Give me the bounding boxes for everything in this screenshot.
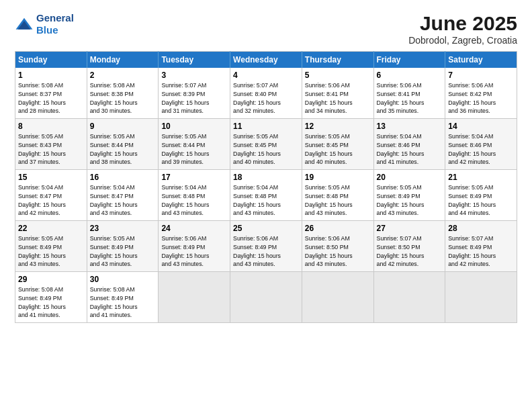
header: General Blue June 2025 Dobrodol, Zagreb,… bbox=[15, 12, 517, 46]
day-number: 30 bbox=[90, 275, 156, 284]
table-row bbox=[230, 272, 302, 323]
day-number: 28 bbox=[448, 224, 514, 233]
day-info: Sunrise: 5:05 AMSunset: 8:45 PMDaylight:… bbox=[305, 132, 371, 167]
day-number: 23 bbox=[90, 224, 156, 233]
day-info: Sunrise: 5:08 AMSunset: 8:49 PMDaylight:… bbox=[18, 285, 84, 320]
title-block: June 2025 Dobrodol, Zagreb, Croatia bbox=[408, 12, 517, 46]
day-number: 29 bbox=[18, 275, 84, 284]
table-row: 11Sunrise: 5:05 AMSunset: 8:45 PMDayligh… bbox=[230, 119, 302, 170]
table-row: 9Sunrise: 5:05 AMSunset: 8:44 PMDaylight… bbox=[87, 119, 159, 170]
day-info: Sunrise: 5:05 AMSunset: 8:45 PMDaylight:… bbox=[233, 132, 299, 167]
table-row: 7Sunrise: 5:06 AMSunset: 8:42 PMDaylight… bbox=[445, 68, 517, 119]
table-row: 8Sunrise: 5:05 AMSunset: 8:43 PMDaylight… bbox=[15, 119, 87, 170]
day-number: 2 bbox=[90, 71, 156, 80]
table-row bbox=[445, 272, 517, 323]
day-info: Sunrise: 5:04 AMSunset: 8:46 PMDaylight:… bbox=[448, 132, 514, 167]
table-row: 1Sunrise: 5:08 AMSunset: 8:37 PMDaylight… bbox=[15, 68, 87, 119]
day-info: Sunrise: 5:07 AMSunset: 8:49 PMDaylight:… bbox=[448, 234, 514, 269]
table-row: 22Sunrise: 5:05 AMSunset: 8:49 PMDayligh… bbox=[15, 221, 87, 272]
day-number: 11 bbox=[233, 122, 299, 131]
table-row: 28Sunrise: 5:07 AMSunset: 8:49 PMDayligh… bbox=[445, 221, 517, 272]
page-subtitle: Dobrodol, Zagreb, Croatia bbox=[408, 35, 517, 46]
day-number: 20 bbox=[377, 173, 443, 182]
header-thursday: Thursday bbox=[302, 52, 373, 68]
page-title: June 2025 bbox=[408, 12, 517, 35]
day-info: Sunrise: 5:05 AMSunset: 8:44 PMDaylight:… bbox=[161, 132, 227, 167]
table-row: 2Sunrise: 5:08 AMSunset: 8:38 PMDaylight… bbox=[87, 68, 159, 119]
table-row: 14Sunrise: 5:04 AMSunset: 8:46 PMDayligh… bbox=[445, 119, 517, 170]
header-saturday: Saturday bbox=[445, 52, 517, 68]
header-sunday: Sunday bbox=[15, 52, 87, 68]
day-number: 22 bbox=[18, 224, 84, 233]
day-number: 6 bbox=[377, 71, 443, 80]
day-info: Sunrise: 5:05 AMSunset: 8:44 PMDaylight:… bbox=[90, 132, 156, 167]
day-info: Sunrise: 5:06 AMSunset: 8:42 PMDaylight:… bbox=[448, 81, 514, 116]
day-info: Sunrise: 5:05 AMSunset: 8:49 PMDaylight:… bbox=[18, 234, 84, 269]
table-row: 25Sunrise: 5:06 AMSunset: 8:49 PMDayligh… bbox=[230, 221, 302, 272]
table-row: 26Sunrise: 5:06 AMSunset: 8:50 PMDayligh… bbox=[302, 221, 373, 272]
day-number: 10 bbox=[161, 122, 227, 131]
logo: General Blue bbox=[15, 12, 74, 36]
table-row: 13Sunrise: 5:04 AMSunset: 8:46 PMDayligh… bbox=[373, 119, 445, 170]
day-info: Sunrise: 5:04 AMSunset: 8:48 PMDaylight:… bbox=[233, 183, 299, 218]
day-info: Sunrise: 5:04 AMSunset: 8:47 PMDaylight:… bbox=[90, 183, 156, 218]
table-row: 15Sunrise: 5:04 AMSunset: 8:47 PMDayligh… bbox=[15, 170, 87, 221]
table-row: 10Sunrise: 5:05 AMSunset: 8:44 PMDayligh… bbox=[159, 119, 230, 170]
day-info: Sunrise: 5:05 AMSunset: 8:49 PMDaylight:… bbox=[448, 183, 514, 218]
day-info: Sunrise: 5:08 AMSunset: 8:49 PMDaylight:… bbox=[90, 285, 156, 320]
table-row bbox=[373, 272, 445, 323]
table-row: 19Sunrise: 5:05 AMSunset: 8:48 PMDayligh… bbox=[302, 170, 373, 221]
day-number: 19 bbox=[305, 173, 371, 182]
day-number: 26 bbox=[305, 224, 371, 233]
day-number: 18 bbox=[233, 173, 299, 182]
day-info: Sunrise: 5:07 AMSunset: 8:39 PMDaylight:… bbox=[161, 81, 227, 116]
day-info: Sunrise: 5:05 AMSunset: 8:48 PMDaylight:… bbox=[305, 183, 371, 218]
day-number: 14 bbox=[448, 122, 514, 131]
day-number: 13 bbox=[377, 122, 443, 131]
logo-icon bbox=[15, 17, 34, 32]
header-tuesday: Tuesday bbox=[159, 52, 230, 68]
day-number: 4 bbox=[233, 71, 299, 80]
calendar-header-row: Sunday Monday Tuesday Wednesday Thursday… bbox=[15, 52, 517, 68]
day-info: Sunrise: 5:04 AMSunset: 8:47 PMDaylight:… bbox=[18, 183, 84, 218]
table-row: 21Sunrise: 5:05 AMSunset: 8:49 PMDayligh… bbox=[445, 170, 517, 221]
table-row: 17Sunrise: 5:04 AMSunset: 8:48 PMDayligh… bbox=[159, 170, 230, 221]
day-number: 16 bbox=[90, 173, 156, 182]
day-info: Sunrise: 5:05 AMSunset: 8:49 PMDaylight:… bbox=[377, 183, 443, 218]
day-info: Sunrise: 5:06 AMSunset: 8:50 PMDaylight:… bbox=[305, 234, 371, 269]
table-row: 5Sunrise: 5:06 AMSunset: 8:41 PMDaylight… bbox=[302, 68, 373, 119]
table-row: 24Sunrise: 5:06 AMSunset: 8:49 PMDayligh… bbox=[159, 221, 230, 272]
day-number: 24 bbox=[161, 224, 227, 233]
table-row: 18Sunrise: 5:04 AMSunset: 8:48 PMDayligh… bbox=[230, 170, 302, 221]
day-info: Sunrise: 5:07 AMSunset: 8:50 PMDaylight:… bbox=[377, 234, 443, 269]
day-info: Sunrise: 5:06 AMSunset: 8:49 PMDaylight:… bbox=[233, 234, 299, 269]
table-row: 3Sunrise: 5:07 AMSunset: 8:39 PMDaylight… bbox=[159, 68, 230, 119]
day-info: Sunrise: 5:06 AMSunset: 8:41 PMDaylight:… bbox=[377, 81, 443, 116]
logo-blue: Blue bbox=[36, 24, 58, 36]
day-number: 5 bbox=[305, 71, 371, 80]
day-info: Sunrise: 5:08 AMSunset: 8:38 PMDaylight:… bbox=[90, 81, 156, 116]
day-number: 21 bbox=[448, 173, 514, 182]
table-row: 4Sunrise: 5:07 AMSunset: 8:40 PMDaylight… bbox=[230, 68, 302, 119]
day-info: Sunrise: 5:04 AMSunset: 8:48 PMDaylight:… bbox=[161, 183, 227, 218]
day-number: 12 bbox=[305, 122, 371, 131]
calendar-table: Sunday Monday Tuesday Wednesday Thursday… bbox=[15, 51, 517, 323]
day-number: 9 bbox=[90, 122, 156, 131]
day-info: Sunrise: 5:06 AMSunset: 8:41 PMDaylight:… bbox=[305, 81, 371, 116]
table-row: 27Sunrise: 5:07 AMSunset: 8:50 PMDayligh… bbox=[373, 221, 445, 272]
day-number: 15 bbox=[18, 173, 84, 182]
day-info: Sunrise: 5:04 AMSunset: 8:46 PMDaylight:… bbox=[377, 132, 443, 167]
day-number: 27 bbox=[377, 224, 443, 233]
day-info: Sunrise: 5:05 AMSunset: 8:49 PMDaylight:… bbox=[90, 234, 156, 269]
header-wednesday: Wednesday bbox=[230, 52, 302, 68]
day-number: 17 bbox=[161, 173, 227, 182]
table-row bbox=[302, 272, 373, 323]
table-row: 30Sunrise: 5:08 AMSunset: 8:49 PMDayligh… bbox=[87, 272, 159, 323]
day-number: 7 bbox=[448, 71, 514, 80]
day-info: Sunrise: 5:06 AMSunset: 8:49 PMDaylight:… bbox=[161, 234, 227, 269]
header-monday: Monday bbox=[87, 52, 159, 68]
day-number: 1 bbox=[18, 71, 84, 80]
day-info: Sunrise: 5:05 AMSunset: 8:43 PMDaylight:… bbox=[18, 132, 84, 167]
table-row: 16Sunrise: 5:04 AMSunset: 8:47 PMDayligh… bbox=[87, 170, 159, 221]
day-number: 8 bbox=[18, 122, 84, 131]
